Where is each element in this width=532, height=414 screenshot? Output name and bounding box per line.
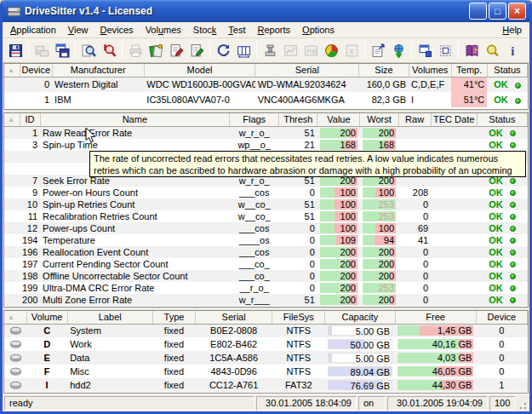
- web-update-button[interactable]: [388, 40, 409, 60]
- attribute-row[interactable]: 197Current Pending Sector Count___co_020…: [4, 258, 528, 270]
- col-type[interactable]: Type: [152, 311, 195, 324]
- window-cascade-button[interactable]: [415, 40, 435, 60]
- attribute-row[interactable]: 11Recalibration Retries Countw__co_51100…: [4, 210, 528, 222]
- attribute-row[interactable]: 200Multi Zone Error Ratew_r___512002000O…: [4, 294, 528, 306]
- col-label[interactable]: Label: [67, 311, 152, 324]
- col-id[interactable]: ID: [20, 113, 40, 126]
- col-capacity[interactable]: Capacity: [325, 311, 395, 324]
- col-raw[interactable]: Raw: [398, 113, 431, 126]
- device-row[interactable]: 1IBMIC35L080AVVA07-0VNC400A4G6MKGA82,3 G…: [4, 92, 528, 107]
- stock-cards-button[interactable]: [146, 40, 166, 60]
- title-bar[interactable]: DriveSitter v1.4 - Licensed _ □ ×: [3, 0, 529, 22]
- col-temp-[interactable]: Temp.: [451, 64, 487, 77]
- test-bench-button[interactable]: [260, 40, 280, 60]
- volume-row[interactable]: EDatafixed1C5A-A586NTFS5,00 GB4,03 GB0: [4, 351, 528, 365]
- fit-columns-button[interactable]: [233, 40, 254, 60]
- attribute-row[interactable]: 198Offline Uncorrectable Sector Count___…: [4, 270, 528, 282]
- attr-raw: [398, 126, 431, 139]
- edit-red-button[interactable]: [166, 40, 186, 60]
- graph-button: [280, 40, 300, 60]
- sort-indicator-icon[interactable]: ▲: [4, 64, 20, 77]
- col-device[interactable]: Device: [20, 64, 52, 77]
- analyze-button[interactable]: [78, 40, 99, 60]
- col-free[interactable]: Free: [395, 311, 476, 324]
- menu-reports[interactable]: Reports: [252, 23, 297, 37]
- resize-grip[interactable]: [517, 400, 528, 411]
- col-tec-date[interactable]: TEC Date: [431, 113, 477, 126]
- volume-row[interactable]: Ihdd2fixedCC12-A761FAT3276,69 GB44,30 GB…: [4, 378, 528, 392]
- volume-free: 1,45 GB: [395, 324, 476, 337]
- attr-worst: 200: [360, 126, 398, 139]
- window-fullscreen-icon: [438, 43, 453, 58]
- attribute-row[interactable]: 194Temperature____os01099441OK: [4, 234, 528, 246]
- value-gauge: 200: [320, 271, 358, 281]
- help-book-button[interactable]: ?: [461, 40, 482, 60]
- attribute-row[interactable]: 199Ultra-DMA CRC Error Rate__r_o_0200253…: [4, 282, 528, 294]
- row-icon-spacer: [4, 282, 20, 294]
- menu-devices[interactable]: Devices: [94, 23, 139, 37]
- menu-test[interactable]: Test: [222, 23, 251, 37]
- volume-table: ▲VolumeLabelTypeSerialFileSysCapacityFre…: [4, 311, 528, 392]
- col-serial[interactable]: Serial: [196, 311, 272, 324]
- status-led-icon: [510, 178, 516, 184]
- row-icon-spacer: [4, 77, 20, 92]
- menu-stock[interactable]: Stock: [187, 23, 223, 37]
- volume-row[interactable]: CSystemfixedB0E2-0808NTFS5,00 GB1,45 GB0: [4, 324, 528, 337]
- view-lamp-button[interactable]: [482, 40, 502, 60]
- app-icon: [7, 4, 21, 19]
- info-button[interactable]: i: [502, 40, 523, 60]
- attribute-row[interactable]: 9Power-on Hours Count___cos0100100208OK: [4, 187, 528, 198]
- menu-help[interactable]: Help: [496, 23, 528, 37]
- attribute-row[interactable]: 1Raw Read Error Ratew_r_o_51200200OK: [4, 126, 528, 139]
- attr-tec-date: [431, 282, 477, 294]
- device-row[interactable]: 0Western DigitalWDC WD1600JB-00GVA0WD-WM…: [4, 77, 528, 92]
- print-button: [125, 40, 146, 60]
- pie-chart-button[interactable]: [321, 40, 341, 60]
- col-filesys[interactable]: FileSys: [272, 311, 325, 324]
- attr-id: 200: [20, 294, 40, 306]
- col-device[interactable]: Device: [476, 311, 527, 324]
- attr-raw: 0: [398, 294, 431, 306]
- col-thresh[interactable]: Thresh: [279, 113, 317, 126]
- attribute-row[interactable]: 196Reallocation Event Count___cos0200200…: [4, 246, 528, 258]
- sort-indicator-icon[interactable]: ▲: [4, 311, 26, 324]
- volume-row[interactable]: FMiscfixed4843-0D96NTFS89,04 GB46,05 GB0: [4, 365, 528, 378]
- minimize-button[interactable]: _: [469, 3, 487, 20]
- volume-row[interactable]: DWorkfixedE802-B462NTFS50,00 GB40,16 GB0: [4, 337, 528, 351]
- menu-view[interactable]: View: [62, 23, 94, 37]
- attr-name: Spin-up Time: [40, 139, 230, 151]
- volume-capacity: 89,04 GB: [325, 365, 395, 378]
- col-worst[interactable]: Worst: [360, 113, 398, 126]
- edit-green-icon: [190, 43, 204, 58]
- menu-application[interactable]: Application: [4, 23, 62, 37]
- attr-worst: 94: [360, 234, 398, 246]
- attribute-row[interactable]: 10Spin-up Retries Countw__co_511002530OK: [4, 198, 528, 210]
- close-button[interactable]: ×: [508, 3, 526, 20]
- col-volumes[interactable]: Volumes: [409, 64, 451, 77]
- window-fullscreen-button[interactable]: [435, 40, 455, 60]
- col-size[interactable]: Size: [359, 64, 409, 77]
- refresh-button[interactable]: [213, 40, 233, 60]
- menu-volumes[interactable]: Volumes: [140, 23, 187, 37]
- edit-green-button[interactable]: [186, 40, 207, 60]
- col-serial[interactable]: Serial: [255, 64, 359, 77]
- temperature-probe-button[interactable]: [99, 40, 119, 60]
- menu-options[interactable]: Options: [296, 23, 340, 37]
- properties-button[interactable]: [368, 40, 388, 60]
- save-all-button[interactable]: [52, 40, 72, 60]
- col-model[interactable]: Model: [144, 64, 255, 77]
- attr-id: 1: [20, 126, 40, 139]
- col-volume[interactable]: Volume: [26, 311, 67, 324]
- save-button[interactable]: [5, 40, 26, 60]
- col-status[interactable]: Status: [477, 113, 527, 126]
- col-status[interactable]: Status: [487, 64, 527, 77]
- col-value[interactable]: Value: [317, 113, 360, 126]
- attribute-row[interactable]: 12Power-ups Count___cos010010069OK: [4, 222, 528, 234]
- attr-value: 168: [317, 139, 360, 151]
- col-manufacturer[interactable]: Manufacturer: [52, 64, 144, 77]
- col-flags[interactable]: Flags: [230, 113, 279, 126]
- attribute-row[interactable]: 3Spin-up Timewp__o_21168168OK: [4, 139, 528, 151]
- col-name[interactable]: Name: [40, 113, 230, 126]
- sort-indicator-icon[interactable]: ▲: [4, 113, 20, 126]
- maximize-button[interactable]: □: [489, 3, 506, 20]
